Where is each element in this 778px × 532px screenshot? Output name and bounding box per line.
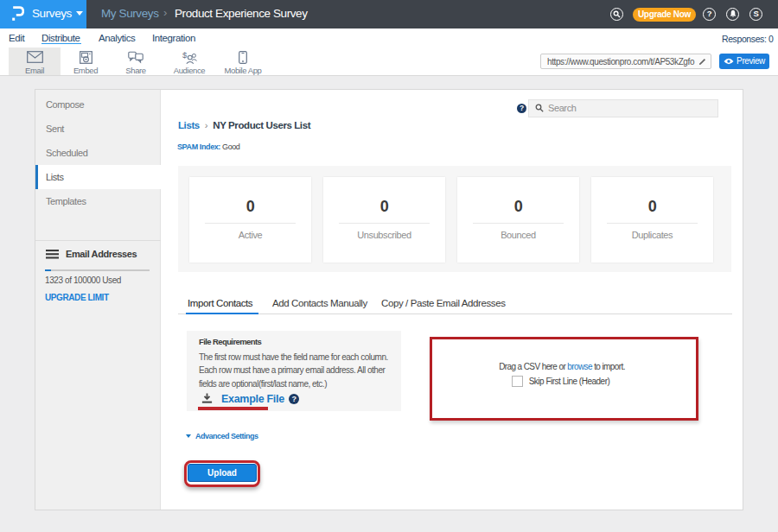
svg-text:$: $ <box>182 51 188 60</box>
